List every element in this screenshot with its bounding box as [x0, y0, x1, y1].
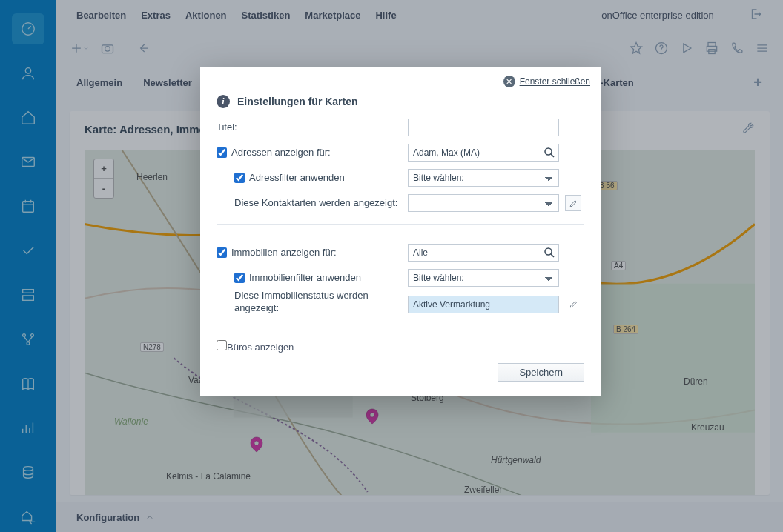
property-status-select[interactable]: Aktive Vermarktung [408, 296, 559, 313]
addresses-show-checkbox[interactable] [217, 147, 227, 158]
edit-contact-types-button[interactable] [565, 195, 581, 211]
property-filter-checkbox[interactable] [234, 273, 245, 283]
address-filter-row: Adressfilter anwenden [217, 172, 402, 184]
contact-types-label: Diese Kontaktarten werden angezeigt: [217, 197, 402, 210]
dialog-title: Einstellungen für Karten [237, 96, 358, 107]
info-icon: i [217, 95, 230, 108]
save-button[interactable]: Speichern [498, 363, 584, 382]
properties-scope-input[interactable] [408, 244, 559, 262]
office-row: Büros anzeigen [217, 342, 294, 353]
titel-label: Titel: [217, 122, 402, 134]
property-filter-row: Immobilienfilter anwenden [217, 272, 402, 285]
properties-show-row: Immobilien anzeigen für: [217, 247, 402, 259]
property-filter-select[interactable]: Bitte wählen: [408, 269, 559, 287]
close-icon: ✕ [503, 76, 515, 87]
svg-point-19 [545, 148, 552, 155]
edit-property-status-button[interactable] [565, 296, 581, 313]
address-filter-select[interactable]: Bitte wählen: [408, 169, 559, 187]
map-settings-dialog: ✕ Fenster schließen i Einstellungen für … [200, 67, 601, 396]
properties-show-checkbox[interactable] [217, 247, 227, 258]
search-icon[interactable] [543, 246, 556, 259]
office-checkbox[interactable] [217, 340, 227, 350]
property-status-label: Diese Immobilienstatus werden angezeigt: [217, 290, 402, 315]
addresses-show-row: Adressen anzeigen für: [217, 147, 402, 159]
search-icon[interactable] [543, 146, 556, 159]
contact-types-select[interactable] [408, 194, 559, 212]
svg-point-20 [545, 248, 552, 255]
addresses-user-input[interactable] [408, 144, 559, 162]
titel-input[interactable] [408, 119, 559, 136]
address-filter-checkbox[interactable] [234, 173, 245, 183]
close-label: Fenster schließen [520, 76, 590, 87]
close-dialog-button[interactable]: ✕ Fenster schließen [503, 76, 590, 87]
